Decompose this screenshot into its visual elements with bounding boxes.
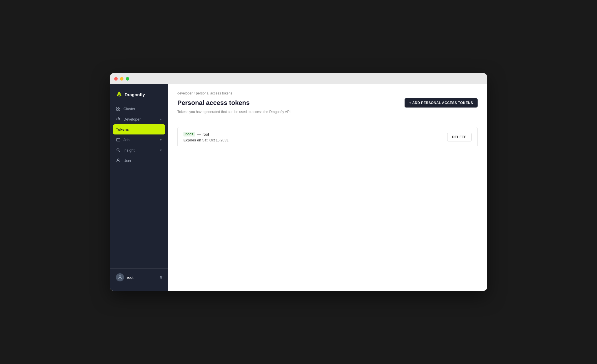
insight-chevron-icon: ▼ <box>159 149 162 152</box>
sidebar-item-insight-label: Insight <box>123 148 134 152</box>
cluster-icon <box>116 106 121 111</box>
user-info: root <box>116 273 133 281</box>
svg-rect-1 <box>117 107 118 108</box>
sidebar-item-insight[interactable]: Insight ▼ <box>110 145 168 155</box>
job-chevron-icon: ▼ <box>159 138 162 141</box>
token-expiry-label: Expires on <box>183 138 201 142</box>
token-name-badge: root <box>183 132 195 136</box>
svg-rect-2 <box>119 107 120 108</box>
close-button[interactable] <box>114 77 118 81</box>
developer-icon <box>116 117 121 121</box>
content-header: developer / personal access tokens Perso… <box>168 84 487 120</box>
svg-point-10 <box>117 159 119 161</box>
token-dash: — <box>197 132 201 136</box>
sidebar-footer[interactable]: root ⇅ <box>110 268 168 286</box>
svg-point-11 <box>119 276 121 277</box>
add-token-button[interactable]: + ADD PERSONAL ACCESS TOKENS <box>405 98 478 108</box>
job-icon <box>116 137 121 142</box>
page-title: Personal access tokens <box>177 99 250 107</box>
sidebar-item-cluster-label: Cluster <box>123 107 135 111</box>
app-window: Dragonfly Cluster <box>110 73 487 291</box>
user-icon <box>116 158 121 163</box>
breadcrumb-parent[interactable]: developer <box>177 91 193 95</box>
breadcrumb-current: personal access tokens <box>196 91 232 95</box>
sidebar-item-tokens[interactable]: Tokens <box>113 124 165 134</box>
svg-rect-3 <box>117 109 118 110</box>
delete-token-button[interactable]: DELETE <box>447 133 472 141</box>
sidebar-item-developer[interactable]: Developer ▲ <box>110 114 168 124</box>
insight-icon <box>116 148 121 152</box>
page-title-row: Personal access tokens + ADD PERSONAL AC… <box>177 98 478 108</box>
sidebar-item-job-label: Job <box>123 138 130 142</box>
sidebar-item-cluster[interactable]: Cluster <box>110 103 168 114</box>
svg-point-0 <box>119 96 120 97</box>
token-owner: root <box>203 132 209 136</box>
token-expiry: Expires on Sat, Oct 15 2033. <box>183 138 229 142</box>
titlebar <box>110 73 487 84</box>
dragonfly-logo-icon <box>116 91 122 98</box>
app-logo: Dragonfly <box>110 89 168 103</box>
token-card: root — root Expires on Sat, Oct 15 2033.… <box>177 127 478 147</box>
minimize-button[interactable] <box>120 77 123 81</box>
sidebar-nav: Cluster Developer ▲ <box>110 103 168 268</box>
main-content: developer / personal access tokens Perso… <box>168 84 487 291</box>
breadcrumb-separator: / <box>194 91 195 95</box>
svg-rect-4 <box>119 109 120 110</box>
content-body: root — root Expires on Sat, Oct 15 2033.… <box>168 120 487 291</box>
sidebar-username: root <box>127 275 133 280</box>
sidebar-item-tokens-label: Tokens <box>116 127 129 132</box>
maximize-button[interactable] <box>126 77 129 81</box>
sidebar: Dragonfly Cluster <box>110 84 168 291</box>
avatar <box>116 273 124 281</box>
svg-line-9 <box>119 151 120 152</box>
developer-chevron-icon: ▲ <box>159 118 162 121</box>
app-name: Dragonfly <box>125 92 145 97</box>
token-name-row: root — root <box>183 132 229 136</box>
sidebar-item-user-label: User <box>123 159 131 163</box>
sidebar-item-user[interactable]: User <box>110 155 168 166</box>
token-expiry-date: Sat, Oct 15 2033. <box>202 138 229 142</box>
sort-icon: ⇅ <box>160 276 162 279</box>
svg-point-8 <box>117 149 119 151</box>
sidebar-item-job[interactable]: Job ▼ <box>110 134 168 145</box>
sidebar-item-developer-label: Developer <box>123 117 141 121</box>
page-description: Tokens you have generated that can be us… <box>177 110 478 114</box>
token-info: root — root Expires on Sat, Oct 15 2033. <box>183 132 229 142</box>
svg-line-5 <box>118 117 119 121</box>
app-body: Dragonfly Cluster <box>110 84 487 291</box>
breadcrumb: developer / personal access tokens <box>177 91 478 95</box>
